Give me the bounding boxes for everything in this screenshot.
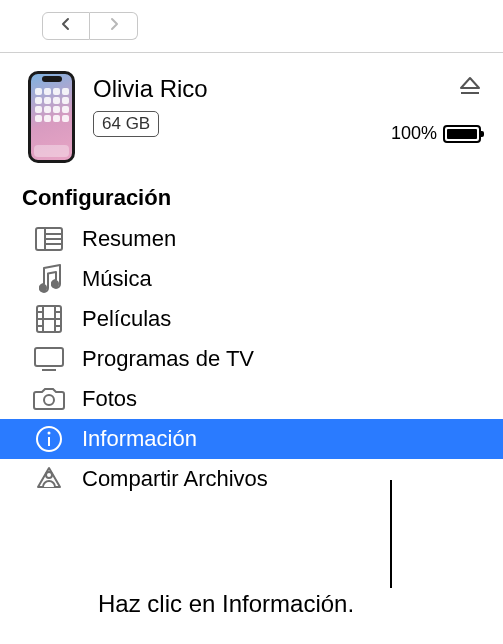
nav-button-group xyxy=(42,12,138,40)
eject-icon xyxy=(459,83,481,100)
summary-icon xyxy=(32,224,66,254)
music-icon xyxy=(32,264,66,294)
photos-icon xyxy=(32,384,66,414)
info-icon xyxy=(32,424,66,454)
device-header-right: 100% xyxy=(391,71,481,144)
svg-marker-0 xyxy=(461,78,479,88)
chevron-left-icon xyxy=(61,17,71,35)
sidebar-item-summary[interactable]: Resumen xyxy=(0,219,503,259)
battery-percent: 100% xyxy=(391,123,437,144)
sidebar-item-info[interactable]: Información xyxy=(0,419,503,459)
callout-text: Haz clic en Información. xyxy=(98,590,354,618)
svg-point-21 xyxy=(44,395,54,405)
svg-point-8 xyxy=(51,280,59,288)
callout-line xyxy=(390,480,392,588)
sidebar-item-file-sharing[interactable]: Compartir Archivos xyxy=(0,459,503,499)
sidebar-item-label: Programas de TV xyxy=(82,346,254,372)
sidebar-item-movies[interactable]: Películas xyxy=(0,299,503,339)
svg-point-7 xyxy=(39,284,47,292)
sidebar-item-label: Música xyxy=(82,266,152,292)
svg-point-25 xyxy=(46,472,52,478)
sidebar-list: Resumen Música Películas Programas de TV… xyxy=(0,219,503,499)
sidebar-item-photos[interactable]: Fotos xyxy=(0,379,503,419)
device-name: Olivia Rico xyxy=(93,75,373,103)
sidebar-item-label: Compartir Archivos xyxy=(82,466,268,492)
battery-icon xyxy=(443,125,481,143)
sidebar-item-music[interactable]: Música xyxy=(0,259,503,299)
sidebar-item-tv[interactable]: Programas de TV xyxy=(0,339,503,379)
device-thumbnail xyxy=(28,71,75,163)
eject-button[interactable] xyxy=(459,75,481,101)
sidebar-item-label: Películas xyxy=(82,306,171,332)
storage-badge: 64 GB xyxy=(93,111,159,137)
tv-icon xyxy=(32,344,66,374)
movies-icon xyxy=(32,304,66,334)
device-header: Olivia Rico 64 GB 100% xyxy=(0,53,503,175)
toolbar xyxy=(0,0,503,53)
sidebar-item-label: Resumen xyxy=(82,226,176,252)
file-sharing-icon xyxy=(32,464,66,494)
sidebar-item-label: Información xyxy=(82,426,197,452)
chevron-right-icon xyxy=(109,17,119,35)
forward-button[interactable] xyxy=(90,12,138,40)
section-title: Configuración xyxy=(0,175,503,219)
svg-rect-19 xyxy=(35,348,63,366)
back-button[interactable] xyxy=(42,12,90,40)
sidebar-item-label: Fotos xyxy=(82,386,137,412)
svg-point-23 xyxy=(48,432,51,435)
battery-status: 100% xyxy=(391,123,481,144)
device-info: Olivia Rico 64 GB xyxy=(93,71,373,137)
